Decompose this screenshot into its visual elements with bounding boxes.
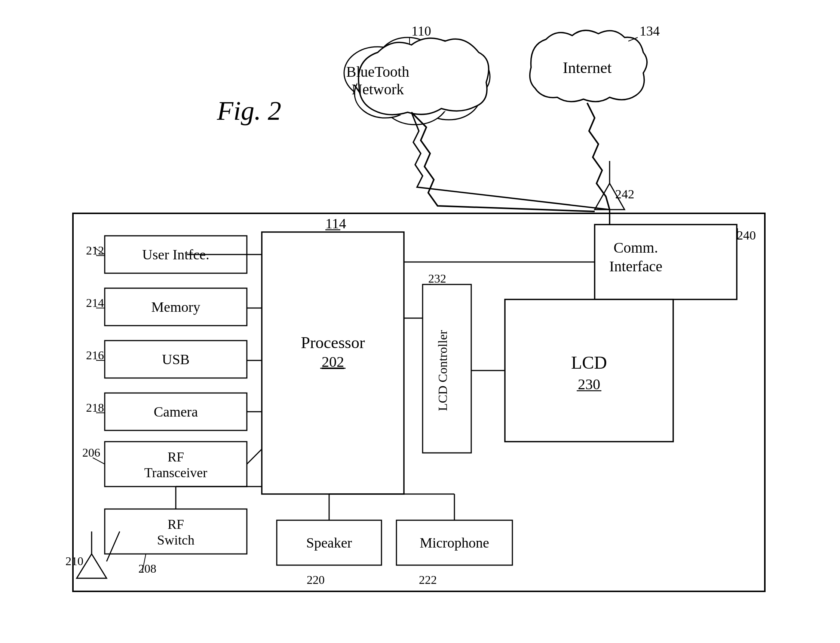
usb-ref: 216 xyxy=(86,348,104,362)
comm-interface-label2: Interface xyxy=(609,258,663,275)
bluetooth-label-line1: BlueTooth xyxy=(346,63,409,80)
internet-ref: 134 xyxy=(640,24,660,39)
diagram-container: Fig. 2 BlueTooth Network 110 Internet 13… xyxy=(0,0,840,643)
bluetooth-ref: 110 xyxy=(412,24,431,39)
speaker-label: Speaker xyxy=(306,535,352,550)
processor-ref: 202 xyxy=(322,353,344,370)
processor-label: Processor xyxy=(301,333,365,352)
rf-transceiver-label1: RF xyxy=(168,449,184,465)
lcd-controller-ref: 232 xyxy=(428,272,446,285)
speaker-ref: 220 xyxy=(307,573,325,586)
usb-label: USB xyxy=(162,351,190,367)
microphone-label: Microphone xyxy=(420,535,489,550)
rf-transceiver-label2: Transceiver xyxy=(144,465,208,480)
camera-ref: 218 xyxy=(86,401,104,415)
internet-label: Internet xyxy=(563,59,612,76)
bluetooth-cloud: BlueTooth Network 110 xyxy=(344,24,490,125)
comm-interface-label1: Comm. xyxy=(614,239,658,256)
rf-transceiver-ref: 206 xyxy=(82,446,100,459)
small-antenna-ref: 210 xyxy=(65,554,83,568)
main-box-ref: 114 xyxy=(326,215,346,231)
lcd-label: LCD xyxy=(571,353,607,372)
camera-label: Camera xyxy=(154,404,198,419)
rf-switch-label2: Switch xyxy=(157,533,194,548)
memory-label: Memory xyxy=(151,299,200,315)
lcd-ref: 230 xyxy=(578,376,600,393)
lcd-controller-label: LCD Controller xyxy=(436,330,449,411)
memory-ref: 214 xyxy=(86,296,104,310)
bluetooth-label-line2: Network xyxy=(352,81,404,98)
microphone-ref: 222 xyxy=(419,573,437,586)
internet-cloud: Internet 134 xyxy=(530,24,660,101)
comm-interface-ref: 240 xyxy=(737,228,756,242)
rf-switch-label1: RF xyxy=(168,517,184,532)
fig-title: Fig. 2 xyxy=(217,96,281,126)
antenna-ref: 242 xyxy=(615,187,634,201)
user-intfce-ref: 212 xyxy=(86,244,104,257)
rf-switch-ref: 208 xyxy=(138,562,156,575)
